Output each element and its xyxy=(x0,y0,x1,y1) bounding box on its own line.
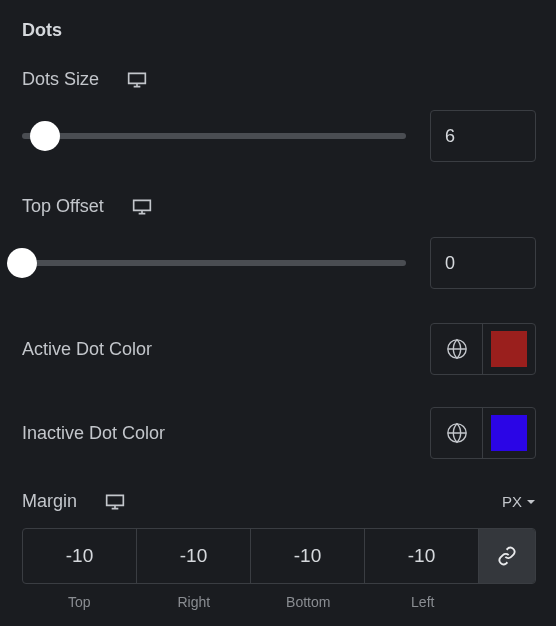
dots-size-label-row: Dots Size xyxy=(22,69,536,90)
top-offset-slider[interactable] xyxy=(22,248,406,278)
margin-header: Margin PX xyxy=(22,491,536,512)
margin-right-input[interactable] xyxy=(137,529,250,583)
section-title: Dots xyxy=(22,20,536,41)
inactive-dot-color-row: Inactive Dot Color xyxy=(22,407,536,459)
margin-top-cell xyxy=(23,529,137,583)
margin-bottom-input[interactable] xyxy=(251,529,364,583)
active-dot-color-swatch[interactable] xyxy=(483,324,535,374)
inactive-dot-color-controls xyxy=(430,407,536,459)
global-color-button[interactable] xyxy=(431,324,483,374)
top-offset-input[interactable] xyxy=(430,237,536,289)
global-color-button[interactable] xyxy=(431,408,483,458)
active-dot-color-row: Active Dot Color xyxy=(22,323,536,375)
dots-size-label: Dots Size xyxy=(22,69,99,90)
margin-side-labels: Top Right Bottom Left xyxy=(22,594,536,610)
unit-label: PX xyxy=(502,493,522,510)
active-dot-color-controls xyxy=(430,323,536,375)
dots-size-input[interactable] xyxy=(430,110,536,162)
margin-label: Margin xyxy=(22,491,77,512)
top-offset-label-row: Top Offset xyxy=(22,196,536,217)
dots-size-row xyxy=(22,110,536,162)
slider-thumb[interactable] xyxy=(7,248,37,278)
slider-thumb[interactable] xyxy=(30,121,60,151)
unit-selector[interactable]: PX xyxy=(502,493,536,510)
dots-size-slider[interactable] xyxy=(22,121,406,151)
chevron-down-icon xyxy=(526,497,536,507)
top-offset-row xyxy=(22,237,536,289)
responsive-device-icon[interactable] xyxy=(127,71,147,89)
inactive-dot-color-label: Inactive Dot Color xyxy=(22,423,165,444)
margin-left-input[interactable] xyxy=(365,529,478,583)
margin-left-side-label: Left xyxy=(366,594,481,610)
active-dot-color-label: Active Dot Color xyxy=(22,339,152,360)
link-values-button[interactable] xyxy=(479,529,535,583)
margin-right-side-label: Right xyxy=(137,594,252,610)
margin-top-side-label: Top xyxy=(22,594,137,610)
responsive-device-icon[interactable] xyxy=(105,493,125,511)
responsive-device-icon[interactable] xyxy=(132,198,152,216)
margin-inputs xyxy=(22,528,536,584)
margin-right-cell xyxy=(137,529,251,583)
top-offset-label: Top Offset xyxy=(22,196,104,217)
link-icon xyxy=(497,546,517,566)
margin-left-cell xyxy=(365,529,479,583)
margin-bottom-side-label: Bottom xyxy=(251,594,366,610)
margin-top-input[interactable] xyxy=(23,529,136,583)
margin-bottom-cell xyxy=(251,529,365,583)
inactive-dot-color-swatch[interactable] xyxy=(483,408,535,458)
